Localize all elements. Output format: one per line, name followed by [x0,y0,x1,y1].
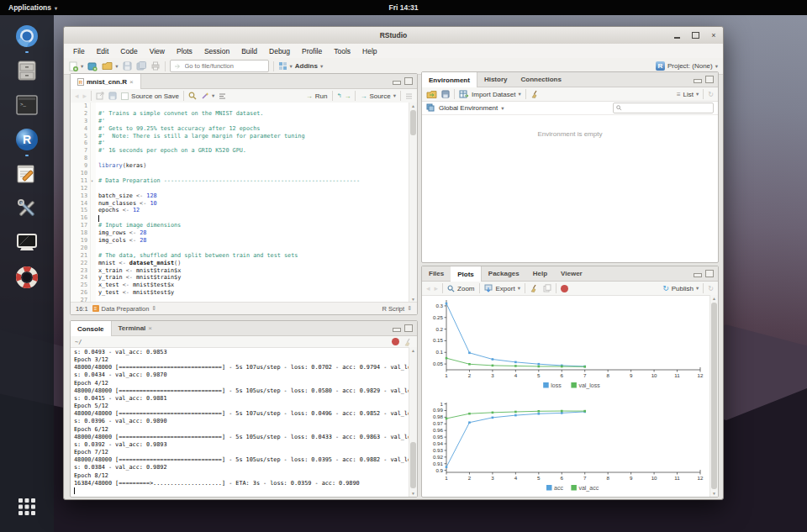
console-scrollbar[interactable]: ▲ ▼ [409,347,417,497]
close-tab-icon[interactable]: × [129,78,134,86]
menu-tools[interactable]: Tools [328,47,356,55]
clear-all-plots-icon[interactable] [561,285,568,292]
forward-icon[interactable]: ▸ [83,92,87,100]
menu-help[interactable]: Help [356,47,382,55]
remove-plot-broom-icon[interactable] [530,284,539,292]
close-button[interactable]: × [709,31,718,40]
dock-item-tools[interactable] [10,192,44,225]
save-all-button[interactable] [136,61,146,71]
popout-icon[interactable] [96,92,104,100]
menu-profile[interactable]: Profile [296,47,328,55]
menu-file[interactable]: File [67,47,91,55]
source-button[interactable]: → Source ▾ [360,92,396,100]
save-workspace-icon[interactable] [441,90,450,98]
save-button[interactable] [123,61,132,71]
source-on-save-toggle[interactable]: Source on Save [121,92,179,100]
back-icon[interactable]: ◂ [75,92,79,100]
dock-item-display[interactable] [10,226,44,260]
export-plot-button[interactable]: Export ▾ [484,284,520,292]
previous-plot-icon[interactable]: ◂ [426,284,430,292]
clear-console-broom-icon[interactable] [404,338,413,346]
dock-item-file-manager[interactable] [10,54,44,87]
tab-plots[interactable]: Plots [451,266,482,282]
menu-view[interactable]: View [144,47,171,55]
menu-debug[interactable]: Debug [263,47,296,55]
menu-plots[interactable]: Plots [171,47,198,55]
menu-edit[interactable]: Edit [91,47,115,55]
checkbox-icon[interactable] [121,92,129,100]
working-directory[interactable]: ~/ [75,339,82,345]
open-file-button[interactable]: ▾ [102,61,118,71]
document-outline-icon[interactable] [405,92,413,100]
maximize-pane-icon[interactable] [404,77,413,85]
rerun-button[interactable]: ↰ → [337,92,351,100]
interrupt-r-icon[interactable] [392,338,399,345]
dock-item-r[interactable]: R [10,123,44,156]
scroll-down-icon[interactable]: ▼ [409,490,417,497]
document-outline-icon[interactable] [219,92,226,100]
new-project-button[interactable] [87,61,98,71]
minimize-pane-icon[interactable] [694,79,702,83]
zoom-plot-button[interactable]: Zoom [447,285,474,292]
window-titlebar[interactable]: RStudio × [64,27,723,45]
maximize-pane-icon[interactable] [705,76,714,83]
list-view-selector[interactable]: ≡ List ▾ [677,91,699,98]
plots-scrollbar[interactable]: ▲ ▼ [709,295,718,497]
maximize-pane-icon[interactable] [705,270,714,277]
doc-type-selector[interactable]: R Script ⇕ [382,305,412,313]
tab-help[interactable]: Help [526,266,554,281]
tab-connections[interactable]: Connections [514,72,567,87]
scroll-down-icon[interactable]: ▼ [710,490,718,497]
dock-item-help[interactable] [10,261,44,294]
environment-search-input[interactable] [624,104,710,112]
dock-item-terminal[interactable]: >_ [10,88,44,122]
project-selector[interactable]: R Project: (None) ▾ [656,61,718,71]
addins-button[interactable]: ▾ Addins ▾ [278,61,324,71]
scrollbar-thumb[interactable] [410,442,416,488]
publish-button[interactable]: ↻ Publish ▾ [662,284,699,292]
search-icon[interactable] [188,92,197,100]
menu-code[interactable]: Code [114,47,143,55]
console-output[interactable]: s: 0.0493 - val_acc: 0.9853Epoch 3/12480… [71,347,409,497]
scroll-up-icon[interactable]: ▲ [409,347,417,354]
minimize-pane-icon[interactable] [393,81,401,85]
load-workspace-folder-icon[interactable] [426,90,437,99]
next-plot-icon[interactable]: ▸ [435,284,439,292]
tab-packages[interactable]: Packages [482,266,526,281]
menu-session[interactable]: Session [198,47,235,55]
goto-file-search[interactable] [170,60,269,72]
tab-history[interactable]: History [477,72,514,87]
tab-terminal[interactable]: Terminal × [112,321,159,335]
minimize-pane-icon[interactable] [393,328,401,332]
new-file-button[interactable]: ▾ [69,61,83,71]
copy-plot-icon[interactable] [543,284,551,292]
environment-scope-selector[interactable]: Global Environment [439,104,498,112]
refresh-icon[interactable]: ↻ [708,91,714,98]
clock[interactable]: Fri 14:31 [0,3,807,12]
goto-file-input[interactable] [183,61,262,71]
tab-environment[interactable]: Environment [422,72,477,87]
tab-mnist-cnn[interactable]: R mnist_cnn.R × [71,74,141,89]
save-icon[interactable] [108,92,117,100]
dock-item-chromium[interactable] [10,19,44,53]
minimize-button[interactable] [672,31,681,40]
clear-environment-broom-icon[interactable] [530,90,540,98]
environment-search[interactable] [613,103,714,113]
run-button[interactable]: → Run [306,92,328,100]
code-editor[interactable]: 1 2 #' Trains a simple convnet on the MN… [71,103,417,303]
minimize-pane-icon[interactable] [694,273,702,277]
scroll-up-icon[interactable]: ▲ [710,295,718,302]
scroll-up-icon[interactable]: ▲ [409,103,417,109]
dock-item-show-applications[interactable] [10,490,44,524]
section-navigator[interactable]: ≡ Data Preparation ⇕ [92,305,157,313]
close-tab-icon[interactable]: × [148,324,152,332]
scrollbar-thumb[interactable] [711,303,717,489]
import-dataset-button[interactable]: Import Dataset ▾ [459,90,521,98]
tab-viewer[interactable]: Viewer [554,266,589,281]
tab-console[interactable]: Console [71,321,112,336]
print-button[interactable] [150,61,161,71]
menu-build[interactable]: Build [235,47,263,55]
maximize-pane-icon[interactable] [404,324,413,332]
dock-item-text-editor[interactable] [10,157,44,191]
code-tools-button[interactable]: ▾ [201,92,214,100]
